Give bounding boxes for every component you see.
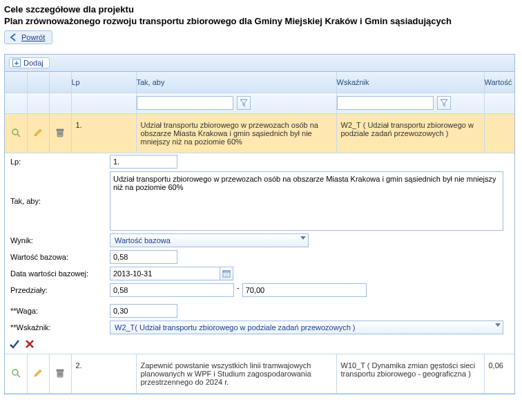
col-lp-header[interactable]: Lp xyxy=(71,72,136,93)
select-wynik-value: Wartość bazowa xyxy=(115,236,171,245)
cell-wskaznik: W2_T ( Udział transportu zbiorowego w po… xyxy=(336,113,484,153)
svg-rect-15 xyxy=(57,370,64,371)
label-wskaznik: **Wskaźnik: xyxy=(9,321,110,334)
label-tak-aby: Tak, aby: xyxy=(9,194,110,208)
col-wskaznik-header[interactable]: Wskaźnik xyxy=(336,72,484,93)
textarea-tak-aby[interactable] xyxy=(110,171,503,231)
select-wskaznik[interactable]: W2_T( Udział transportu zbiorowego w pod… xyxy=(110,321,503,334)
page-title: Cele szczegółowe dla projektu xyxy=(4,4,518,15)
label-wartosc-bazowa: Wartość bazowa: xyxy=(9,250,110,264)
input-waga[interactable] xyxy=(110,304,177,318)
label-lp: Lp: xyxy=(9,155,110,169)
header-row: Lp Tak, aby Wskaźnik Wartość xyxy=(5,72,515,93)
svg-rect-8 xyxy=(223,271,230,272)
input-lp[interactable] xyxy=(110,155,177,169)
pencil-icon[interactable] xyxy=(33,368,43,378)
col-tak-aby-header[interactable]: Tak, aby xyxy=(136,72,336,93)
grid-container: + Dodaj Lp Tak, aby Wskaźnik Wartość xyxy=(4,54,515,394)
input-wartosc-bazowa[interactable] xyxy=(110,250,177,264)
filter-tak-aby[interactable] xyxy=(137,96,233,110)
label-przedzialy: Przedziały: xyxy=(9,283,110,297)
input-przedzial-min[interactable] xyxy=(110,283,234,297)
col-wartosc-header[interactable]: Wartość xyxy=(484,72,515,93)
input-data-wb[interactable] xyxy=(110,267,220,280)
filter-wskaznik[interactable] xyxy=(337,96,434,110)
select-wskaznik-value: W2_T( Udział transportu zbiorowego w pod… xyxy=(115,323,356,332)
select-wynik[interactable]: Wartość bazowa xyxy=(110,233,309,247)
cancel-button[interactable] xyxy=(24,338,35,350)
range-separator: - xyxy=(234,283,242,292)
chevron-down-icon xyxy=(495,323,501,327)
label-data-wb: Data wartości bazowej: xyxy=(9,267,110,280)
add-button[interactable]: + Dodaj xyxy=(9,57,50,68)
calendar-icon xyxy=(222,269,231,278)
detail-expansion: Lp: Tak, aby: Wynik: Wartość bazowa xyxy=(5,153,515,354)
plus-icon: + xyxy=(12,59,21,67)
chevron-down-icon xyxy=(300,236,306,240)
calendar-button[interactable] xyxy=(220,267,233,280)
search-icon[interactable] xyxy=(11,368,21,378)
filter-row xyxy=(5,93,515,113)
svg-point-12 xyxy=(12,370,18,375)
cell-tak-aby: Udział transportu zbiorowego w przewozac… xyxy=(136,113,336,153)
cell-wartosc xyxy=(484,113,515,153)
grid-toolbar: + Dodaj xyxy=(5,55,514,72)
cell-lp: 2. xyxy=(71,354,136,393)
cell-wskaznik: W10_T ( Dynamika zmian gęstości sieci tr… xyxy=(336,354,484,393)
back-label: Powrót xyxy=(21,33,45,41)
filter-button-wskaznik[interactable] xyxy=(437,96,451,110)
back-button[interactable]: Powrót xyxy=(4,30,52,44)
label-wynik: Wynik: xyxy=(9,233,110,247)
input-przedzial-max[interactable] xyxy=(242,283,367,297)
cell-tak-aby: Zapewnić powstanie wszystkich linii tram… xyxy=(136,354,336,393)
table-row[interactable]: 2. Zapewnić powstanie wszystkich linii t… xyxy=(5,354,515,393)
confirm-button[interactable] xyxy=(9,338,20,350)
filter-button-tak-aby[interactable] xyxy=(237,96,251,110)
svg-line-13 xyxy=(17,374,20,377)
add-label: Dodaj xyxy=(23,59,44,67)
data-grid: Lp Tak, aby Wskaźnik Wartość xyxy=(5,72,515,394)
label-waga: **Waga: xyxy=(9,304,110,318)
cell-lp: 1. xyxy=(71,113,136,153)
trash-icon[interactable] xyxy=(55,368,65,378)
trash-icon[interactable] xyxy=(55,128,65,137)
pencil-icon[interactable] xyxy=(33,128,43,137)
table-row[interactable]: 1. Udział transportu zbiorowego w przewo… xyxy=(5,113,515,153)
search-icon[interactable] xyxy=(11,128,21,137)
page-subtitle: Plan zrównoważonego rozwoju transportu z… xyxy=(4,16,518,26)
svg-rect-3 xyxy=(57,129,64,131)
svg-line-1 xyxy=(17,134,20,137)
svg-point-0 xyxy=(12,129,18,135)
arrow-left-icon xyxy=(9,32,19,42)
cell-wartosc: 0,06 xyxy=(484,354,515,393)
